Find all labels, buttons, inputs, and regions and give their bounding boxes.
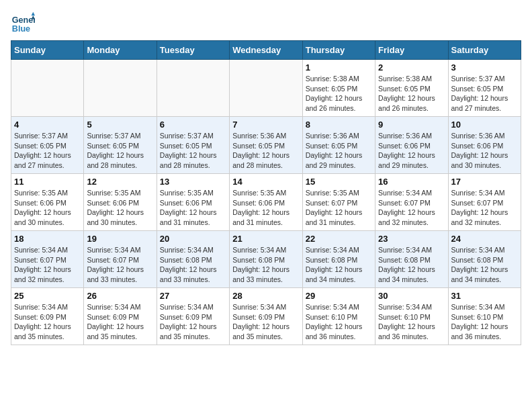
calendar-cell: 4Sunrise: 5:37 AM Sunset: 6:05 PM Daylig… [11,117,84,174]
day-info: Sunrise: 5:38 AM Sunset: 6:05 PM Dayligh… [378,74,445,113]
day-info: Sunrise: 5:34 AM Sunset: 6:09 PM Dayligh… [14,302,81,342]
day-info: Sunrise: 5:38 AM Sunset: 6:05 PM Dayligh… [306,74,372,113]
day-number: 29 [306,291,372,301]
day-info: Sunrise: 5:35 AM Sunset: 6:06 PM Dayligh… [160,188,226,228]
day-number: 7 [232,120,299,130]
day-number: 19 [87,234,153,244]
day-info: Sunrise: 5:35 AM Sunset: 6:07 PM Dayligh… [306,188,372,228]
day-info: Sunrise: 5:34 AM Sunset: 6:10 PM Dayligh… [306,302,372,342]
calendar-cell: 5Sunrise: 5:37 AM Sunset: 6:05 PM Daylig… [84,117,157,174]
day-number: 4 [14,120,81,130]
calendar-cell: 11Sunrise: 5:35 AM Sunset: 6:06 PM Dayli… [11,174,84,231]
calendar-cell: 12Sunrise: 5:35 AM Sunset: 6:06 PM Dayli… [84,174,157,231]
calendar-cell: 22Sunrise: 5:34 AM Sunset: 6:08 PM Dayli… [302,231,375,288]
calendar-cell: 2Sunrise: 5:38 AM Sunset: 6:05 PM Daylig… [375,60,448,117]
day-number: 25 [14,291,81,301]
calendar-cell: 7Sunrise: 5:36 AM Sunset: 6:05 PM Daylig… [230,117,302,174]
day-info: Sunrise: 5:34 AM Sunset: 6:10 PM Dayligh… [451,302,518,342]
day-number: 23 [378,234,445,244]
calendar-cell: 20Sunrise: 5:34 AM Sunset: 6:08 PM Dayli… [157,231,229,288]
day-number: 18 [14,234,81,244]
day-info: Sunrise: 5:34 AM Sunset: 6:07 PM Dayligh… [14,245,81,285]
calendar-cell: 9Sunrise: 5:36 AM Sunset: 6:06 PM Daylig… [375,117,448,174]
day-number: 12 [87,177,153,187]
calendar-cell: 25Sunrise: 5:34 AM Sunset: 6:09 PM Dayli… [11,288,84,345]
day-info: Sunrise: 5:36 AM Sunset: 6:06 PM Dayligh… [378,131,445,171]
calendar-table: SundayMondayTuesdayWednesdayThursdayFrid… [11,40,521,345]
day-number: 30 [378,291,445,301]
calendar-cell: 13Sunrise: 5:35 AM Sunset: 6:06 PM Dayli… [157,174,229,231]
logo-icon: General Blue [11,11,35,35]
day-of-week-header: Thursday [302,41,375,60]
day-number: 6 [160,120,226,130]
svg-marker-2 [32,12,35,15]
day-info: Sunrise: 5:35 AM Sunset: 6:06 PM Dayligh… [232,188,299,228]
day-number: 28 [232,291,299,301]
calendar-cell: 29Sunrise: 5:34 AM Sunset: 6:10 PM Dayli… [302,288,375,345]
day-number: 3 [451,62,518,73]
day-number: 1 [306,62,372,73]
day-number: 2 [378,62,445,73]
day-info: Sunrise: 5:37 AM Sunset: 6:05 PM Dayligh… [160,131,226,171]
calendar-cell: 24Sunrise: 5:34 AM Sunset: 6:08 PM Dayli… [448,231,521,288]
calendar-header-row: SundayMondayTuesdayWednesdayThursdayFrid… [11,41,521,60]
page-header: General Blue [11,11,521,35]
day-number: 8 [306,120,372,130]
calendar-cell [84,60,157,117]
day-info: Sunrise: 5:34 AM Sunset: 6:07 PM Dayligh… [378,188,445,228]
day-info: Sunrise: 5:36 AM Sunset: 6:06 PM Dayligh… [451,131,518,171]
day-info: Sunrise: 5:34 AM Sunset: 6:08 PM Dayligh… [232,245,299,285]
day-number: 13 [160,177,226,187]
day-number: 24 [451,234,518,244]
svg-text:Blue: Blue [12,24,30,34]
calendar-cell: 8Sunrise: 5:36 AM Sunset: 6:05 PM Daylig… [302,117,375,174]
calendar-cell [11,60,84,117]
day-number: 20 [160,234,226,244]
calendar-cell: 3Sunrise: 5:37 AM Sunset: 6:05 PM Daylig… [448,60,521,117]
calendar-cell: 31Sunrise: 5:34 AM Sunset: 6:10 PM Dayli… [448,288,521,345]
day-number: 27 [160,291,226,301]
day-of-week-header: Tuesday [157,41,229,60]
day-info: Sunrise: 5:34 AM Sunset: 6:08 PM Dayligh… [451,245,518,285]
day-of-week-header: Monday [84,41,157,60]
day-of-week-header: Friday [375,41,448,60]
calendar-cell: 10Sunrise: 5:36 AM Sunset: 6:06 PM Dayli… [448,117,521,174]
day-number: 17 [451,177,518,187]
calendar-cell: 27Sunrise: 5:34 AM Sunset: 6:09 PM Dayli… [157,288,229,345]
day-info: Sunrise: 5:35 AM Sunset: 6:06 PM Dayligh… [87,188,153,228]
day-number: 14 [232,177,299,187]
day-info: Sunrise: 5:34 AM Sunset: 6:08 PM Dayligh… [160,245,226,285]
logo: General Blue [11,11,38,35]
calendar-week-row: 1Sunrise: 5:38 AM Sunset: 6:05 PM Daylig… [11,60,521,117]
day-info: Sunrise: 5:34 AM Sunset: 6:09 PM Dayligh… [232,302,299,342]
calendar-cell: 21Sunrise: 5:34 AM Sunset: 6:08 PM Dayli… [230,231,302,288]
day-info: Sunrise: 5:34 AM Sunset: 6:07 PM Dayligh… [451,188,518,228]
day-of-week-header: Sunday [11,41,84,60]
calendar-cell: 15Sunrise: 5:35 AM Sunset: 6:07 PM Dayli… [302,174,375,231]
day-info: Sunrise: 5:37 AM Sunset: 6:05 PM Dayligh… [14,131,81,171]
calendar-cell: 16Sunrise: 5:34 AM Sunset: 6:07 PM Dayli… [375,174,448,231]
day-number: 21 [232,234,299,244]
day-number: 26 [87,291,153,301]
day-of-week-header: Wednesday [230,41,302,60]
calendar-cell: 6Sunrise: 5:37 AM Sunset: 6:05 PM Daylig… [157,117,229,174]
calendar-week-row: 4Sunrise: 5:37 AM Sunset: 6:05 PM Daylig… [11,117,521,174]
calendar-week-row: 25Sunrise: 5:34 AM Sunset: 6:09 PM Dayli… [11,288,521,345]
calendar-week-row: 11Sunrise: 5:35 AM Sunset: 6:06 PM Dayli… [11,174,521,231]
calendar-week-row: 18Sunrise: 5:34 AM Sunset: 6:07 PM Dayli… [11,231,521,288]
day-number: 22 [306,234,372,244]
day-info: Sunrise: 5:34 AM Sunset: 6:09 PM Dayligh… [87,302,153,342]
calendar-cell: 1Sunrise: 5:38 AM Sunset: 6:05 PM Daylig… [302,60,375,117]
day-info: Sunrise: 5:36 AM Sunset: 6:05 PM Dayligh… [306,131,372,171]
day-number: 15 [306,177,372,187]
day-info: Sunrise: 5:34 AM Sunset: 6:08 PM Dayligh… [306,245,372,285]
day-number: 16 [378,177,445,187]
calendar-cell: 14Sunrise: 5:35 AM Sunset: 6:06 PM Dayli… [230,174,302,231]
day-number: 10 [451,120,518,130]
day-number: 31 [451,291,518,301]
day-info: Sunrise: 5:35 AM Sunset: 6:06 PM Dayligh… [14,188,81,228]
day-number: 11 [14,177,81,187]
day-of-week-header: Saturday [448,41,521,60]
calendar-cell: 19Sunrise: 5:34 AM Sunset: 6:07 PM Dayli… [84,231,157,288]
day-info: Sunrise: 5:34 AM Sunset: 6:09 PM Dayligh… [160,302,226,342]
